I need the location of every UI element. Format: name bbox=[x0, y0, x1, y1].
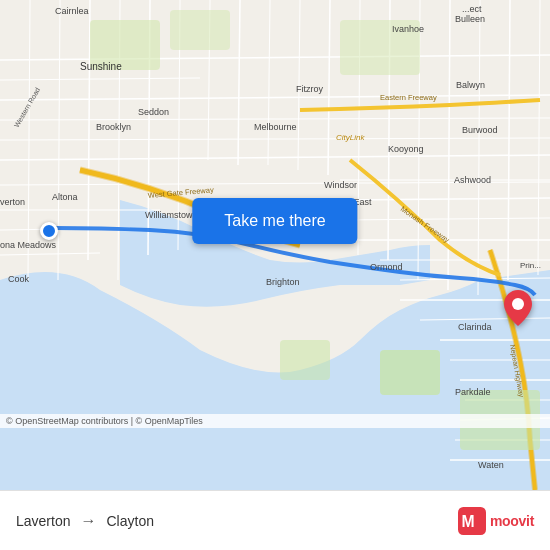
svg-text:Brighton: Brighton bbox=[266, 277, 300, 287]
svg-text:Eastern Freeway: Eastern Freeway bbox=[380, 93, 437, 102]
svg-rect-48 bbox=[170, 10, 230, 50]
svg-text:Ivanhoe: Ivanhoe bbox=[392, 24, 424, 34]
svg-text:...ect: ...ect bbox=[462, 4, 482, 14]
svg-point-82 bbox=[512, 298, 524, 310]
svg-text:Altona: Altona bbox=[52, 192, 78, 202]
svg-text:Brooklyn: Brooklyn bbox=[96, 122, 131, 132]
start-marker bbox=[40, 222, 58, 240]
svg-text:verton: verton bbox=[0, 197, 25, 207]
moovit-logo: M moovit bbox=[458, 507, 534, 535]
svg-text:Melbourne: Melbourne bbox=[254, 122, 297, 132]
svg-text:Ashwood: Ashwood bbox=[454, 175, 491, 185]
route-from: Laverton bbox=[16, 513, 70, 529]
svg-text:Williamstown: Williamstown bbox=[145, 210, 198, 220]
svg-rect-44 bbox=[380, 350, 440, 395]
route-to: Clayton bbox=[106, 513, 153, 529]
svg-text:Cairnlea: Cairnlea bbox=[55, 6, 89, 16]
svg-text:Waten: Waten bbox=[478, 460, 504, 470]
moovit-logo-icon: M bbox=[458, 507, 486, 535]
svg-text:Fitzroy: Fitzroy bbox=[296, 84, 324, 94]
route-info: Laverton → Clayton bbox=[16, 512, 458, 530]
map-container: Sunshine Cairnlea Seddon Brooklyn Altona… bbox=[0, 0, 550, 490]
svg-rect-46 bbox=[280, 340, 330, 380]
svg-text:Ormond: Ormond bbox=[370, 262, 403, 272]
svg-text:Bulleen: Bulleen bbox=[455, 14, 485, 24]
end-marker bbox=[504, 290, 532, 330]
svg-text:Clarinda: Clarinda bbox=[458, 322, 492, 332]
svg-text:Balwyn: Balwyn bbox=[456, 80, 485, 90]
svg-text:Parkdale: Parkdale bbox=[455, 387, 491, 397]
svg-text:Prin...: Prin... bbox=[520, 261, 541, 270]
moovit-label: moovit bbox=[490, 513, 534, 529]
svg-text:Cook: Cook bbox=[8, 274, 30, 284]
svg-text:CityLink: CityLink bbox=[336, 133, 365, 142]
footer-bar: Laverton → Clayton M moovit bbox=[0, 490, 550, 550]
take-me-there-button[interactable]: Take me there bbox=[192, 198, 357, 244]
svg-text:Windsor: Windsor bbox=[324, 180, 357, 190]
svg-text:ona Meadows: ona Meadows bbox=[0, 240, 57, 250]
svg-text:Sunshine: Sunshine bbox=[80, 61, 122, 72]
svg-text:Kooyong: Kooyong bbox=[388, 144, 424, 154]
map-attribution: © OpenStreetMap contributors | © OpenMap… bbox=[0, 414, 550, 428]
svg-text:Seddon: Seddon bbox=[138, 107, 169, 117]
route-arrow: → bbox=[80, 512, 96, 530]
svg-text:M: M bbox=[461, 513, 474, 530]
svg-text:Burwood: Burwood bbox=[462, 125, 498, 135]
